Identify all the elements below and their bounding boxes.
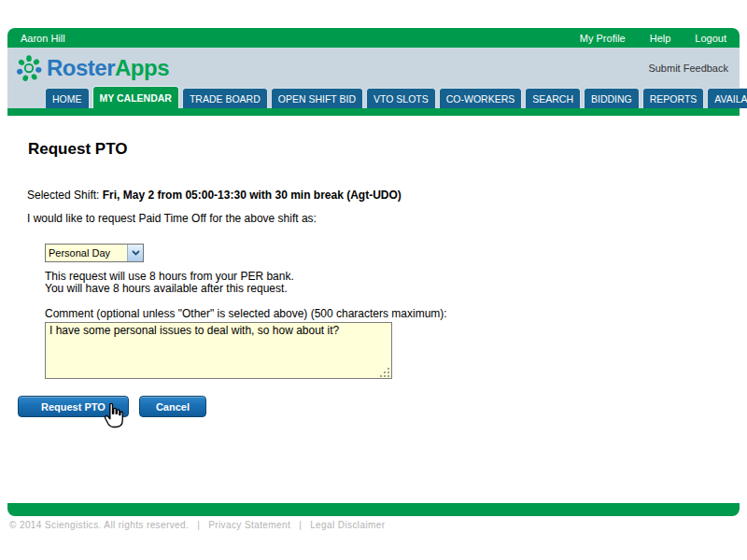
privacy-statement-link[interactable]: Privacy Statement — [208, 520, 290, 530]
tab-my-calendar[interactable]: MY CALENDAR — [92, 86, 179, 108]
separator: | — [197, 520, 200, 530]
help-link[interactable]: Help — [650, 33, 671, 44]
button-row: Request PTO Cancel — [18, 396, 740, 417]
tab-vto-slots[interactable]: VTO SLOTS — [366, 88, 436, 108]
request-prompt: I would like to request Paid Time Off fo… — [7, 202, 740, 225]
selected-shift-value: Fri, May 2 from 05:00-13:30 with 30 min … — [103, 189, 402, 202]
comment-field-wrap: I have some personal issues to deal with… — [45, 322, 392, 379]
pto-type-select[interactable]: Personal Day — [45, 244, 144, 262]
copyright-text: © 2014 Sciengistics. All rights reserved… — [9, 520, 189, 530]
tab-co-workers[interactable]: CO-WORKERS — [439, 88, 523, 108]
tab-availability[interactable]: AVAILABILITY — [707, 88, 747, 108]
nav-tabs: HOME MY CALENDAR TRADE BOARD OPEN SHIFT … — [7, 86, 740, 108]
rosterapps-logo: RosterApps — [15, 54, 169, 82]
header-band: RosterApps Submit Feedback HOME MY CALEN… — [7, 48, 740, 108]
footer-bar — [7, 503, 740, 516]
copyright-row: © 2014 Sciengistics. All rights reserved… — [9, 520, 385, 530]
submit-feedback-link[interactable]: Submit Feedback — [648, 63, 728, 74]
page-title: Request PTO — [7, 116, 740, 159]
logged-in-user: Aaron Hill — [21, 33, 65, 44]
wordmark: RosterApps — [47, 55, 169, 81]
page: Aaron Hill My Profile Help Logout — [0, 0, 747, 560]
my-profile-link[interactable]: My Profile — [580, 33, 626, 44]
comment-textarea[interactable]: I have some personal issues to deal with… — [45, 322, 392, 379]
cancel-button[interactable]: Cancel — [139, 396, 206, 417]
tab-open-shift-bid[interactable]: OPEN SHIFT BID — [271, 88, 363, 108]
logout-link[interactable]: Logout — [695, 33, 726, 44]
tab-reports[interactable]: REPORTS — [642, 88, 705, 108]
legal-disclaimer-link[interactable]: Legal Disclaimer — [310, 520, 385, 530]
separator: | — [299, 520, 302, 530]
pto-type-dropdown[interactable]: Personal Day — [45, 244, 144, 262]
tab-bidding[interactable]: BIDDING — [584, 88, 640, 108]
bank-remaining-line: You will have 8 hours available after th… — [45, 283, 740, 295]
flower-logo-icon — [15, 54, 43, 82]
comment-label: Comment (optional unless "Other" is sele… — [45, 307, 740, 320]
selected-shift-label: Selected Shift: — [27, 189, 99, 202]
tab-home[interactable]: HOME — [45, 88, 90, 108]
tab-trade-board[interactable]: TRADE BOARD — [182, 88, 268, 108]
app-card: Aaron Hill My Profile Help Logout — [7, 28, 740, 516]
top-bar: Aaron Hill My Profile Help Logout — [7, 28, 740, 48]
green-divider-strip — [7, 108, 740, 116]
tab-search[interactable]: SEARCH — [525, 88, 581, 108]
main-content: Request PTO Selected Shift: Fri, May 2 f… — [7, 116, 740, 503]
selected-shift-line: Selected Shift: Fri, May 2 from 05:00-13… — [7, 159, 740, 202]
request-pto-button[interactable]: Request PTO — [18, 396, 129, 417]
